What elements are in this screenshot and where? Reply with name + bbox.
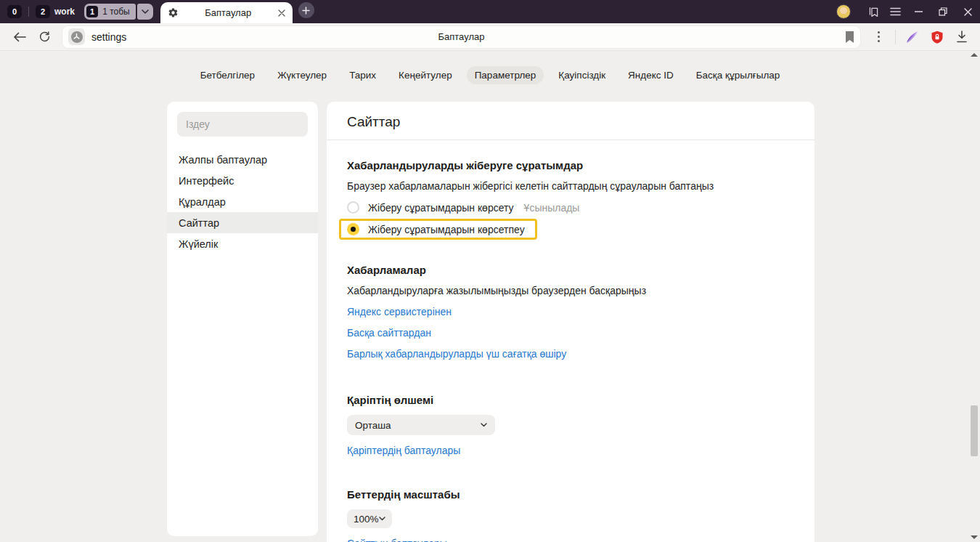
back-arrow-icon (13, 32, 26, 42)
tab-downloads[interactable]: Жүктеулер (269, 66, 335, 84)
window-minimize-button[interactable] (906, 0, 931, 23)
url-text[interactable]: settings (91, 31, 126, 43)
yandex-browser-icon (71, 31, 83, 43)
titlebar: 0 2 work 1 1 тобы Баптаулар (0, 0, 980, 23)
back-button[interactable] (7, 25, 32, 49)
chevron-down-icon (142, 9, 149, 14)
link-font-settings[interactable]: Қаріптердің баптаулары (347, 445, 460, 456)
window-restore-button[interactable] (931, 0, 955, 23)
settings-sidebar: Жалпы баптаулар Интерфейс Құралдар Сайтт… (167, 102, 318, 536)
sidebar-item-system[interactable]: Жүйелік (167, 233, 318, 254)
bookmarks-panel-icon (867, 6, 880, 18)
settings-page: Бетбелгілер Жүктеулер Тарих Кеңейтулер П… (0, 51, 980, 542)
download-icon (956, 31, 968, 43)
gear-icon (168, 7, 179, 18)
feather-extension-button[interactable] (902, 26, 923, 48)
section-description: Хабарландыруларға жазылымыңызды браузерд… (347, 285, 794, 296)
reload-button[interactable] (32, 25, 57, 49)
tab-other-devices[interactable]: Басқа құрылғылар (688, 66, 788, 84)
select-value: Орташа (355, 420, 391, 431)
tab-settings[interactable]: Параметрлер (467, 66, 544, 84)
window-close-button[interactable] (955, 0, 980, 23)
adblock-extension-button[interactable] (926, 26, 948, 48)
tab-security[interactable]: Қауіпсіздік (550, 66, 613, 84)
sidebar-item-sites[interactable]: Сайттар (167, 212, 318, 233)
radio-selected-icon[interactable] (347, 223, 359, 235)
section-heading-font-size: Қаріптің өлшемі (347, 394, 794, 406)
scrollbar-up-arrow-icon[interactable] (971, 53, 978, 57)
bookmark-flag-icon (845, 31, 854, 43)
more-options-button[interactable] (867, 26, 889, 48)
toolbar-divider (895, 30, 896, 44)
tab-group-chevron-button[interactable] (137, 4, 153, 20)
scrollbar-thumb[interactable] (971, 405, 978, 456)
active-tab-group: 1 1 тобы (84, 4, 153, 20)
search-input[interactable] (177, 112, 308, 137)
reload-icon (38, 31, 51, 43)
feather-icon (905, 29, 920, 45)
section-heading-page-zoom: Беттердің масштабы (347, 488, 794, 501)
page-zoom-select[interactable]: 100% (347, 509, 392, 528)
section-description: Браузер хабарламаларын жібергісі келетін… (347, 180, 794, 192)
content-header: Сайттар (327, 102, 814, 140)
profile-avatar[interactable] (836, 4, 851, 19)
site-icon-chip[interactable] (68, 28, 85, 45)
radio-unselected-icon[interactable] (347, 201, 359, 214)
recommended-note: Ұсынылады (524, 202, 580, 214)
sidebar-item-tools[interactable]: Құралдар (167, 191, 318, 212)
close-icon (964, 8, 972, 16)
select-value: 100% (354, 514, 379, 525)
tab-group-zero[interactable]: 0 (7, 5, 22, 18)
omnibox-page-title: Баптаулар (62, 31, 860, 42)
link-yandex-services[interactable]: Яндекс сервистерінен (347, 306, 452, 317)
omnibox[interactable]: settings Баптаулар (62, 26, 860, 48)
font-size-select[interactable]: Орташа (347, 415, 495, 435)
sidebar-item-interface[interactable]: Интерфейс (167, 170, 318, 191)
page-title: Сайттар (347, 114, 794, 130)
radio-label[interactable]: Жіберу сұратымдарын көрсетпеу (368, 224, 525, 235)
tab-extensions[interactable]: Кеңейтулер (391, 66, 460, 84)
tab-groups: 0 2 work 1 1 тобы (0, 0, 153, 23)
link-mute-all-notifications[interactable]: Барлық хабарландыруларды үш сағатқа өшір… (347, 348, 566, 360)
browser-menu-button[interactable] (884, 0, 906, 23)
sidebar-items: Жалпы баптаулар Интерфейс Құралдар Сайтт… (167, 149, 318, 254)
downloads-button[interactable] (951, 26, 973, 48)
plus-icon (302, 7, 310, 15)
radio-label[interactable]: Жіберу сұратымдарын көрсету (368, 202, 514, 214)
vertical-dots-icon (878, 31, 880, 42)
chevron-down-icon (379, 517, 385, 521)
link-other-sites[interactable]: Басқа сайттардан (347, 327, 431, 339)
radio-option-hide-requests[interactable]: Жіберу сұратымдарын көрсетпеу (347, 223, 525, 235)
settings-content: Сайттар Хабарландыруларды жіберуге сұрат… (327, 102, 814, 542)
scrollbar-down-arrow-icon[interactable] (971, 535, 978, 539)
highlighted-option-box: Жіберу сұратымдарын көрсетпеу (339, 219, 537, 240)
chevron-down-icon (481, 423, 487, 427)
tab-bookmarks[interactable]: Бетбелгілер (192, 66, 263, 84)
link-site-settings[interactable]: Сайттың баптаулары (347, 538, 447, 542)
titlebar-controls (836, 0, 980, 23)
page-scrollbar[interactable] (968, 51, 980, 542)
new-tab-button[interactable] (298, 2, 314, 18)
settings-nav-tabs: Бетбелгілер Жүктеулер Тарих Кеңейтулер П… (0, 66, 980, 84)
tab-close-button[interactable] (278, 9, 285, 17)
address-bar-actions (867, 26, 973, 48)
sidebar-item-general[interactable]: Жалпы баптаулар (167, 149, 318, 170)
bookmark-button[interactable] (845, 31, 854, 43)
active-group-label: 1 тобы (102, 7, 130, 17)
tab-title: Баптаулар (179, 7, 278, 18)
browser-window: 0 2 work 1 1 тобы Баптаулар (0, 0, 980, 542)
section-heading-notifications: Хабарламалар (347, 264, 794, 276)
hamburger-icon (890, 7, 901, 16)
tab-yandex-id[interactable]: Яндекс ID (620, 66, 682, 84)
active-tab-group-pill[interactable]: 1 1 тобы (84, 4, 136, 20)
tab-group-work-label[interactable]: work (54, 7, 75, 17)
tab-history[interactable]: Тарих (341, 66, 384, 84)
tab-group-work-badge[interactable]: 2 (36, 5, 50, 18)
restore-icon (939, 7, 947, 16)
minimize-icon (915, 11, 923, 12)
shield-lock-icon (930, 30, 944, 44)
bookmarks-panel-button[interactable] (862, 0, 884, 23)
browser-tab-settings[interactable]: Баптаулар (160, 2, 293, 23)
active-group-badge: 1 (86, 6, 98, 17)
radio-option-show-requests[interactable]: Жіберу сұратымдарын көрсету Ұсынылады (347, 201, 794, 214)
